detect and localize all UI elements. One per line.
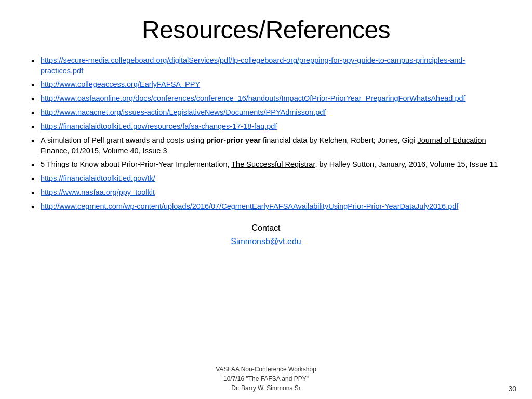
footer: VASFAA Non-Conference Workshop 10/7/16 "… (0, 365, 532, 393)
bullet-text: https://secure-media.collegeboard.org/di… (41, 56, 501, 76)
list-item: •https://secure-media.collegeboard.org/d… (31, 56, 501, 76)
footer-line2: 10/7/16 "The FAFSA and PPY" (0, 374, 532, 383)
bullet-text: http://www.collegeaccess.org/EarlyFAFSA_… (41, 79, 501, 90)
bullet-text: https://financialaidtoolkit.ed.gov/resou… (41, 122, 501, 132)
list-item: •A simulation of Pell grant awards and c… (31, 136, 501, 156)
bullet-text: https://www.nasfaa.org/ppy_toolkit (41, 188, 501, 198)
bullet-text: 5 Things to Know about Prior-Prior-Year … (41, 159, 501, 170)
bullet-text: http://www.cegment.com/wp-content/upload… (41, 202, 501, 212)
list-item: •https://financialaidtoolkit.ed.gov/tk/ (31, 174, 501, 184)
bullet-dot: • (31, 123, 41, 132)
slide: Resources/References •https://secure-med… (0, 0, 532, 399)
bullet-dot: • (31, 137, 41, 146)
reference-link[interactable]: https://www.nasfaa.org/ppy_toolkit (41, 188, 155, 196)
text-part: A simulation of Pell grant awards and co… (41, 136, 206, 144)
bullet-dot: • (31, 57, 41, 66)
bullet-dot: • (31, 189, 41, 198)
list-item: •http://www.nacacnet.org/issues-action/L… (31, 108, 501, 118)
contact-label: Contact (31, 221, 501, 235)
content-area: •https://secure-media.collegeboard.org/d… (31, 56, 501, 389)
reference-link[interactable]: https://financialaidtoolkit.ed.gov/resou… (41, 122, 277, 130)
bullet-dot: • (31, 109, 41, 118)
list-item: •http://www.collegeaccess.org/EarlyFAFSA… (31, 79, 501, 90)
footer-line1: VASFAA Non-Conference Workshop (0, 365, 532, 374)
reference-link[interactable]: https://financialaidtoolkit.ed.gov/tk/ (41, 174, 155, 182)
contact-email: Simmonsb@vt.edu (31, 235, 501, 248)
text-part: , 01/2015, Volume 40, Issue 3 (68, 147, 167, 155)
bullet-dot: • (31, 95, 41, 104)
bullet-text: http://www.nacacnet.org/issues-action/Le… (41, 108, 501, 118)
reference-link[interactable]: https://secure-media.collegeboard.org/di… (41, 56, 465, 75)
reference-link[interactable]: http://www.nacacnet.org/issues-action/Le… (41, 108, 326, 116)
contact-section: Contact Simmonsb@vt.edu (31, 221, 501, 248)
list-item: •http://www.oasfaaonline.org/docs/confer… (31, 94, 501, 104)
bullet-text: A simulation of Pell grant awards and co… (41, 136, 501, 156)
email-link[interactable]: Simmonsb@vt.edu (231, 237, 301, 246)
text-part: prior (206, 136, 223, 144)
list-item: •https://www.nasfaa.org/ppy_toolkit (31, 188, 501, 198)
bullet-dot: • (31, 203, 41, 212)
reference-link[interactable]: http://www.oasfaaonline.org/docs/confere… (41, 94, 466, 102)
reference-link[interactable]: http://www.cegment.com/wp-content/upload… (41, 202, 458, 210)
text-part: The Successful Registrar, (231, 160, 317, 168)
bullet-list: •https://secure-media.collegeboard.org/d… (31, 56, 501, 212)
bullet-dot: • (31, 175, 41, 184)
list-item: •https://financialaidtoolkit.ed.gov/reso… (31, 122, 501, 132)
footer-line3: Dr. Barry W. Simmons Sr (0, 383, 532, 393)
page-number: 30 (508, 384, 516, 393)
bullet-dot: • (31, 161, 41, 170)
bullet-text: https://financialaidtoolkit.ed.gov/tk/ (41, 174, 501, 184)
bullet-text: http://www.oasfaaonline.org/docs/confere… (41, 94, 501, 104)
list-item: •5 Things to Know about Prior-Prior-Year… (31, 159, 501, 170)
text-part: prior year (226, 136, 261, 144)
bullet-dot: • (31, 81, 41, 90)
text-part: financial data by Kelchen, Robert; Jones… (261, 136, 417, 144)
list-item: •http://www.cegment.com/wp-content/uploa… (31, 202, 501, 212)
text-part: by Halley Sutton, January, 2016, Volume … (317, 160, 498, 168)
text-part: 5 Things to Know about Prior-Prior-Year … (41, 160, 231, 168)
reference-link[interactable]: http://www.collegeaccess.org/EarlyFAFSA_… (41, 80, 200, 88)
page-title: Resources/References (31, 16, 501, 44)
